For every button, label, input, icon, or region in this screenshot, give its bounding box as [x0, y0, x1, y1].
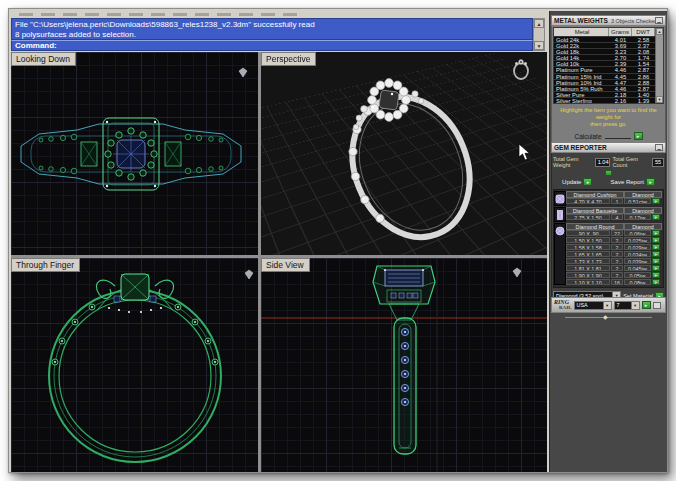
metal-row[interactable]: Gold 10k2.391.54	[554, 60, 663, 66]
go-button[interactable]: ▸	[652, 244, 660, 250]
viewport-tab-perspective[interactable]: Perspective	[261, 52, 316, 66]
gem-size-row[interactable]: 1.58 X 1.5820.029tw▸	[566, 244, 662, 251]
total-gem-weight-label: Total Gem Weight	[553, 156, 593, 168]
col-grams: Grams	[609, 28, 632, 36]
scroll-down-icon[interactable]: ▼	[534, 41, 544, 50]
command-history-line1: File "C:\Users\jelena.peric\Downloads\59…	[15, 20, 529, 30]
metal-row[interactable]: Platinum Pure4.462.87	[554, 66, 663, 72]
viewport-tab-looking-down[interactable]: Looking Down	[11, 52, 76, 66]
menu-bar-items	[19, 13, 299, 16]
cushion-gem-icon	[554, 191, 566, 206]
scroll-up-icon[interactable]: ▲	[534, 19, 544, 28]
slider-track	[565, 317, 652, 318]
go-icon: ▸	[646, 178, 655, 186]
metal-row[interactable]: Gold 14k2.701.74	[554, 54, 663, 60]
go-button[interactable]: ▸	[652, 230, 660, 236]
dropdown-icon[interactable]: ▾	[603, 302, 611, 309]
side-panel-column: METAL WEIGHTS 3 Objects Checked ▁ Metal …	[549, 11, 667, 472]
ring-side-view-drawing	[261, 258, 547, 472]
ring-size-select[interactable]: 7 ▾	[614, 301, 640, 310]
viewport-looking-down[interactable]: Looking Down	[11, 52, 258, 255]
go-button[interactable]: ▸	[652, 279, 660, 285]
screenshot-stage: File "C:\Users\jelena.peric\Downloads\59…	[0, 0, 676, 481]
metal-row[interactable]: Silver Pure2.181.40	[554, 91, 663, 97]
gem-size-row[interactable]: 1.73 X 1.7320.039tw▸	[566, 258, 662, 265]
viewport-side-view[interactable]: Side View	[261, 258, 547, 472]
gem-size-row[interactable]: 2.75 X 1.5040.17tw▸	[566, 214, 662, 221]
metal-row[interactable]: Platinum 5% Ruth4.462.87	[554, 85, 663, 91]
go-button[interactable]: ▸	[652, 272, 660, 278]
viewport-area: Looking Down	[11, 52, 547, 472]
go-button[interactable]: ▸	[652, 258, 660, 264]
gem-size-row[interactable]: 1.50 X 1.5020.025tw▸	[566, 237, 662, 244]
total-gem-weight-value: 1.04	[595, 158, 611, 167]
metal-weights-panel: METAL WEIGHTS 3 Objects Checked ▁ Metal …	[551, 15, 666, 145]
ring-rail-slider[interactable]: ◆	[551, 313, 666, 321]
command-history-line2: 8 polysurfaces added to selection.	[15, 30, 529, 40]
go-button[interactable]: ▸	[652, 265, 660, 271]
round-gem-icon	[554, 223, 566, 285]
go-button[interactable]: ▸	[652, 214, 660, 220]
gem-group-header: Diamond Cushion Diamond	[566, 191, 662, 198]
metal-row[interactable]: Gold 24k4.012.58	[554, 36, 663, 42]
app-window: File "C:\Users\jelena.peric\Downloads\59…	[8, 8, 668, 473]
metal-row[interactable]: Platinum 10% Irid4.472.88	[554, 79, 663, 85]
metal-table-header: Metal Grams DWT	[554, 28, 663, 36]
gem-size-row[interactable]: 1.10 X 1.10160.08tw▸	[566, 278, 662, 285]
viewport-tab-through-finger[interactable]: Through Finger	[11, 258, 80, 272]
gem-size-row[interactable]: 1.65 X 1.6520.034tw▸	[566, 251, 662, 258]
col-metal: Metal	[554, 28, 609, 36]
total-gem-count-value: 55	[652, 158, 664, 167]
command-history[interactable]: File "C:\Users\jelena.peric\Downloads\59…	[11, 18, 533, 40]
viewport-perspective[interactable]: Perspective	[261, 52, 547, 255]
gem-size-row[interactable]: 1.90 X 1.9020.05tw▸	[566, 271, 662, 278]
gem-reporter-titlebar[interactable]: GEM REPORTER ▁	[551, 142, 666, 153]
region-select[interactable]: USA ▾	[574, 301, 612, 310]
metal-row[interactable]: Silver Sterling2.161.39	[554, 97, 663, 103]
go-button[interactable]: ▸	[652, 198, 660, 204]
floating-gem-icon	[245, 270, 253, 279]
gem-reporter-panel: GEM REPORTER ▁ Total Gem Weight 1.04 Tot…	[551, 142, 666, 304]
go-button[interactable]: ▸	[652, 251, 660, 257]
calculate-go-button[interactable]: ▸	[634, 132, 643, 140]
go-icon: ▸	[583, 178, 592, 186]
panel-window-icon[interactable]	[653, 302, 661, 309]
scroll-up-icon[interactable]: ▲	[656, 28, 663, 35]
gem-size-row[interactable]: 4.70 X 4.7010.51ctw▸	[566, 198, 662, 205]
command-prompt-label: Command:	[15, 41, 57, 50]
metal-row[interactable]: Gold 22k3.692.37	[554, 42, 663, 48]
dropdown-icon[interactable]: ▾	[631, 302, 639, 309]
ring-rail-panel: RING RAIL USA ▾ 7 ▾ ▸ ◆	[551, 297, 666, 321]
refresh-go-button[interactable]	[605, 170, 612, 176]
metal-weights-title: METAL WEIGHTS	[554, 17, 608, 24]
floating-gem-icon	[513, 268, 521, 277]
metal-row[interactable]: Platinum 15% Irid4.452.86	[554, 73, 663, 79]
slider-marker-icon[interactable]: ◆	[603, 313, 608, 321]
ring-rail-go-button[interactable]: ▸	[642, 301, 651, 309]
metal-weights-table[interactable]: Metal Grams DWT Gold 24k4.012.58 Gold 22…	[553, 27, 664, 104]
metal-weights-instruction: Highlight the item you want to find the …	[553, 104, 664, 130]
gem-size-row[interactable]: 1.81 X 1.8120.045tw▸	[566, 264, 662, 271]
metal-row[interactable]: Gold 18k3.232.08	[554, 48, 663, 54]
minimize-icon[interactable]: ▁	[655, 144, 663, 151]
metal-table-scrollbar[interactable]: ▲ ▼	[655, 28, 663, 103]
scroll-down-icon[interactable]: ▼	[656, 96, 663, 103]
metal-weights-subtitle: 3 Objects Checked	[611, 18, 655, 24]
calculate-field[interactable]	[605, 133, 631, 139]
save-report-button[interactable]: Save Report ▸	[611, 178, 655, 186]
mouse-cursor	[519, 144, 530, 160]
minimize-icon[interactable]: ▁	[655, 17, 663, 24]
update-button[interactable]: Update ▸	[562, 178, 592, 186]
total-gem-count-label: Total Gem Count	[612, 156, 650, 168]
go-button[interactable]: ▸	[652, 237, 660, 243]
command-input[interactable]: Command:	[11, 40, 533, 51]
metal-weights-titlebar[interactable]: METAL WEIGHTS 3 Objects Checked ▁	[551, 15, 666, 26]
viewport-through-finger[interactable]: Through Finger	[11, 258, 258, 472]
gem-size-row[interactable]: .90 X .90220.06tw▸	[566, 230, 662, 237]
command-scrollbar[interactable]: ▲ ▼	[533, 18, 545, 51]
gem-reporter-title: GEM REPORTER	[554, 144, 607, 151]
calculate-label: Calculate	[574, 133, 601, 140]
floating-gem-icon	[239, 68, 247, 77]
viewport-tab-side-view[interactable]: Side View	[261, 258, 310, 272]
halo-head-drawing	[353, 79, 424, 130]
